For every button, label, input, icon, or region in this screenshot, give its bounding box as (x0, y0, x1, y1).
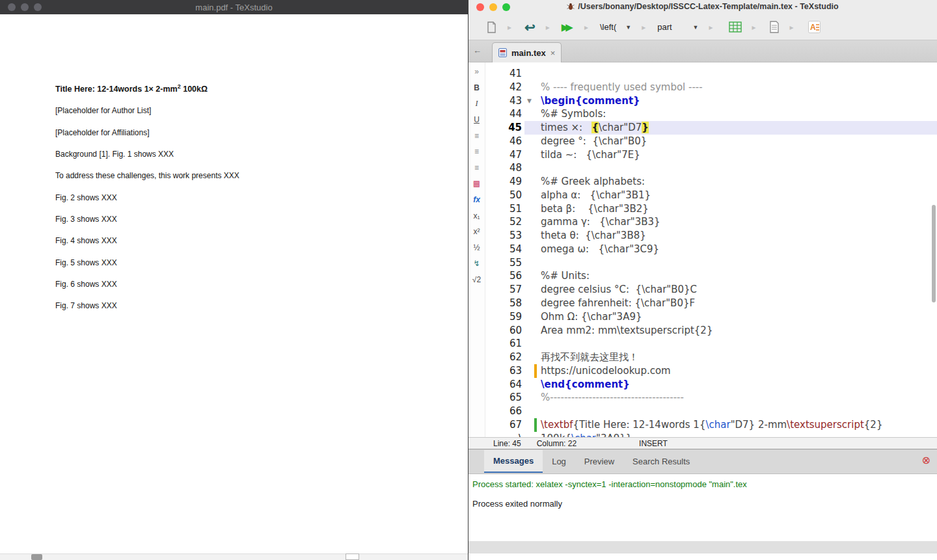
code-text[interactable]: omega ω: {\char"3C9} (537, 243, 937, 256)
code-line[interactable]: 61 (485, 337, 937, 351)
pdf-page[interactable]: Title Here: 12-14words 1× 2-mm2 100kΩ [P… (0, 14, 468, 553)
line-number[interactable]: 52 (485, 215, 524, 229)
close-window-icon[interactable] (476, 3, 484, 11)
code-text[interactable]: \end{comment} (537, 378, 937, 392)
line-number[interactable]: 67 (485, 418, 524, 432)
superscript-icon[interactable]: x² (468, 224, 485, 240)
zoom-window-icon[interactable] (34, 3, 42, 11)
code-text[interactable]: degree celsius °C: {\char"B0}C (537, 283, 937, 297)
code-text[interactable]: 100k{\char"3A9}} (537, 432, 937, 437)
code-line[interactable]: 60Area mm2: mm\textsuperscript{2} (485, 324, 937, 338)
left-paren-dropdown[interactable]: \left(▼ (600, 22, 631, 32)
code-text[interactable]: degree °: {\char"B0} (537, 135, 937, 148)
line-number[interactable]: 48 (485, 161, 524, 175)
panel-close-icon[interactable]: ⊗ (922, 455, 930, 466)
pdf-page-control[interactable] (31, 554, 42, 560)
code-line[interactable]: 45times ×: {\char"D7} (485, 121, 937, 135)
code-area[interactable]: 4142% ---- frequently used symbol ----43… (485, 62, 937, 437)
code-line[interactable]: 53theta θ: {\char"3B8} (485, 229, 937, 243)
code-text[interactable]: Ohm Ω: {\char"3A9} (537, 310, 937, 324)
double-arrow-icon[interactable]: » (468, 64, 485, 80)
line-number[interactable]: 47 (485, 148, 524, 162)
sqrt-icon[interactable]: √2 (468, 272, 485, 288)
code-line[interactable]: 63https://unicodelookup.com (485, 364, 937, 378)
line-number[interactable]: 59 (485, 310, 524, 324)
minimize-window-icon[interactable] (21, 3, 29, 11)
editor[interactable]: »BIU≡≡≡▩fxx₁x²½↯√2 4142% ---- frequently… (468, 62, 937, 437)
code-line[interactable]: 66 (485, 405, 937, 418)
code-line[interactable]: 58degree fahrenheit: {\char"B0}F (485, 297, 937, 310)
italic-icon[interactable]: I (468, 96, 485, 112)
line-number[interactable]: 64 (485, 378, 524, 392)
fold-marker-icon[interactable]: ▼ (524, 94, 534, 108)
code-line[interactable]: 51beta β: {\char"3B2} (485, 202, 937, 216)
table-grid-icon[interactable] (729, 21, 742, 33)
code-text[interactable] (537, 337, 937, 351)
bold-icon[interactable]: B (468, 80, 485, 96)
close-window-icon[interactable] (8, 3, 16, 11)
code-text[interactable]: theta θ: {\char"3B8} (537, 229, 937, 243)
line-number[interactable]: 57 (485, 283, 524, 297)
subscript-icon[interactable]: x₁ (468, 207, 485, 224)
code-line[interactable]: 42% ---- frequently used symbol ---- (485, 81, 937, 94)
code-line[interactable]: \100k{\char"3A9}} (485, 432, 937, 437)
sectioning-dropdown[interactable]: part▼ (657, 22, 698, 32)
status-insert-mode[interactable]: INSERT (639, 439, 668, 448)
code-text[interactable]: Area mm2: mm\textsuperscript{2} (537, 324, 937, 338)
messages-tab-messages[interactable]: Messages (484, 450, 543, 473)
line-number[interactable]: 55 (485, 256, 524, 270)
code-line[interactable]: 56%# Units: (485, 269, 937, 283)
code-line[interactable]: 54omega ω: {\char"3C9} (485, 243, 937, 256)
tab-main-tex[interactable]: main.tex × (492, 42, 562, 62)
line-number[interactable]: 50 (485, 189, 524, 202)
line-number[interactable]: 41 (485, 67, 524, 81)
line-number[interactable]: 56 (485, 269, 524, 283)
line-number[interactable]: 63 (485, 364, 524, 378)
undo-icon[interactable]: ↩ (524, 20, 536, 35)
line-number[interactable]: 49 (485, 175, 524, 189)
line-number[interactable]: 61 (485, 337, 524, 351)
messages-tab-log[interactable]: Log (543, 451, 575, 472)
code-text[interactable]: tilda ~: {\char"7E} (537, 148, 937, 162)
texstudio-titlebar[interactable]: /Users/bonany/Desktop/ISSCC-Latex-Templa… (468, 0, 937, 14)
line-number[interactable]: 66 (485, 405, 524, 418)
code-text[interactable]: \textbf{Title Here: 12-14words 1{\char"D… (537, 418, 937, 432)
code-text[interactable]: times ×: {\char"D7} (537, 121, 937, 135)
code-line[interactable]: 62再找不到就去这里找！ (485, 351, 937, 364)
code-text[interactable]: gamma γ: {\char"3B3} (537, 215, 937, 229)
code-text[interactable]: %# Greek alphabets: (537, 175, 937, 189)
code-text[interactable]: %-------------------------------------- (537, 391, 937, 405)
code-text[interactable] (537, 256, 937, 270)
code-line[interactable]: 49%# Greek alphabets: (485, 175, 937, 189)
code-text[interactable]: % ---- frequently used symbol ---- (537, 81, 937, 94)
line-number[interactable]: \ (485, 432, 524, 437)
code-line[interactable]: 57degree celsius °C: {\char"B0}C (485, 283, 937, 297)
code-text[interactable] (537, 67, 937, 81)
pdf-page-number-input[interactable] (346, 553, 359, 560)
code-line[interactable]: 59Ohm Ω: {\char"3A9} (485, 310, 937, 324)
code-text[interactable] (537, 161, 937, 175)
math-fx-icon[interactable]: fx (468, 192, 485, 208)
tab-close-icon[interactable]: × (550, 48, 556, 58)
code-text[interactable]: %# Symbols: (537, 107, 937, 121)
messages-tab-search-results[interactable]: Search Results (623, 451, 699, 472)
pdf-window-titlebar[interactable]: main.pdf - TeXstudio (0, 0, 468, 14)
format-text-icon[interactable]: A (808, 21, 821, 33)
code-text[interactable]: alpha α: {\char"3B1} (537, 189, 937, 202)
code-line[interactable]: 55 (485, 256, 937, 270)
minimize-window-icon[interactable] (489, 3, 497, 11)
code-line[interactable]: 65%-------------------------------------… (485, 391, 937, 405)
editor-scrollbar[interactable] (932, 205, 936, 302)
code-line[interactable]: 67\textbf{Title Here: 12-14words 1{\char… (485, 418, 937, 432)
code-text[interactable] (537, 405, 937, 418)
code-line[interactable]: 48 (485, 161, 937, 175)
code-line[interactable]: 46degree °: {\char"B0} (485, 135, 937, 148)
code-text[interactable]: \begin{comment} (537, 94, 937, 108)
code-line[interactable]: 47tilda ~: {\char"7E} (485, 148, 937, 162)
messages-tab-preview[interactable]: Preview (575, 451, 623, 472)
code-text[interactable]: degree fahrenheit: {\char"B0}F (537, 297, 937, 310)
line-number[interactable]: 58 (485, 297, 524, 310)
code-text[interactable]: %# Units: (537, 269, 937, 283)
arrow-icon[interactable]: ↯ (468, 256, 485, 272)
line-number[interactable]: 62 (485, 351, 524, 364)
